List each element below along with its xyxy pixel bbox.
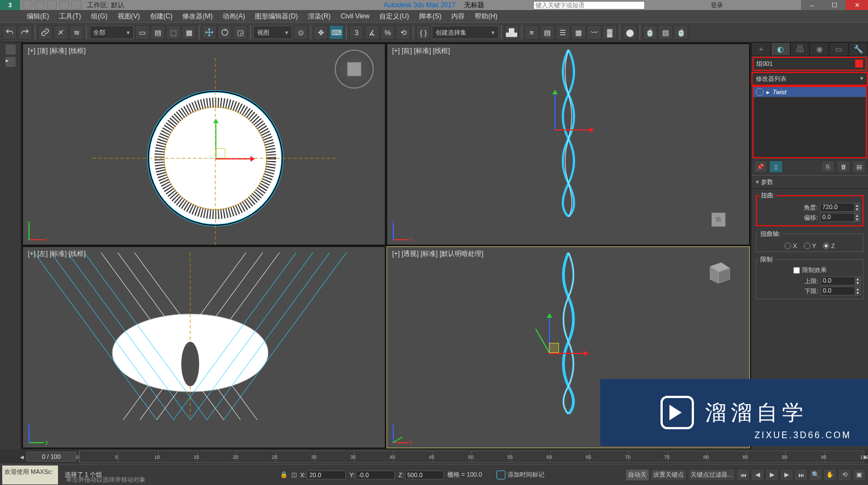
modifier-list-dropdown[interactable]: 修改器列表 (751, 72, 868, 86)
gizmo-x-icon[interactable] (554, 129, 594, 130)
infocenter-search[interactable] (533, 1, 645, 9)
nav-pan-button[interactable]: ✋ (823, 469, 837, 481)
axis-z-radio[interactable]: Z (823, 243, 835, 249)
viewport-top[interactable]: [+] [顶] [标准] [线框] x y (22, 43, 385, 245)
nav-zoom-button[interactable]: 🔍 (809, 469, 822, 481)
layer-explorer-button[interactable]: ▤ (540, 25, 554, 40)
set-key-button[interactable]: 设置关键点 (650, 469, 687, 481)
goto-end-button[interactable]: ⏭ (794, 469, 808, 481)
percent-snap-button[interactable]: % (380, 25, 395, 40)
menu-edit[interactable]: 编辑(E) (22, 11, 54, 22)
menu-rendering[interactable]: 渲染(R) (303, 11, 335, 22)
goto-start-button[interactable]: ⏮ (736, 469, 750, 481)
angle-spinner[interactable]: 720.0▲▼ (820, 203, 860, 212)
curve-editor-button[interactable]: 〰 (587, 25, 601, 40)
maxscript-listener[interactable]: 欢迎使用 MAXSc: (2, 465, 58, 484)
object-name-field[interactable]: 组001 (753, 57, 867, 71)
window-crossing-button[interactable]: ▦ (182, 25, 196, 40)
configure-sets-button[interactable]: ▤ (852, 161, 866, 173)
scale-button[interactable]: ◲ (233, 25, 248, 40)
gizmo-x-icon[interactable] (215, 158, 254, 159)
viewcube-top[interactable] (335, 50, 374, 89)
cp-tab-create[interactable]: + (751, 42, 771, 56)
absolute-mode-icon[interactable]: ◫ (291, 471, 297, 478)
gizmo-x-icon[interactable] (549, 353, 588, 354)
auto-key-button[interactable]: 自动关 (625, 469, 649, 481)
nav-maximize-button[interactable]: ▣ (852, 469, 866, 481)
scene-explorer-button[interactable]: ☰ (556, 25, 570, 40)
coord-z-input[interactable]: 500.0 (405, 471, 444, 479)
axis-y-radio[interactable]: Y (804, 243, 816, 249)
select-by-name-button[interactable]: ▤ (151, 25, 165, 40)
select-region-rect-button[interactable]: ⬚ (166, 25, 181, 40)
menu-animation[interactable]: 动画(A) (218, 11, 249, 22)
select-manipulate-button[interactable]: ✥ (314, 25, 328, 40)
expand-icon[interactable]: ▸ (766, 89, 770, 96)
named-selection-dropdown[interactable]: 创建选择集 (432, 26, 499, 39)
coord-x-input[interactable]: 20.0 (307, 471, 346, 479)
unlink-button[interactable] (54, 25, 68, 40)
ref-coord-dropdown[interactable]: 视图 (253, 26, 292, 39)
menu-customize[interactable]: 自定义(U) (375, 11, 413, 22)
menu-modifiers[interactable]: 修改器(M) (178, 11, 217, 22)
remove-modifier-button[interactable]: 🗑 (837, 161, 850, 173)
cp-tab-modify[interactable]: ◐ (771, 42, 790, 56)
menu-views[interactable]: 视图(V) (113, 11, 144, 22)
render-setup-button[interactable]: 🍵 (643, 25, 657, 40)
snap-toggle-button[interactable]: 3 (349, 25, 364, 40)
ribbon-toggle-button[interactable]: ▦ (571, 25, 586, 40)
gizmo-xy-plane[interactable] (215, 148, 225, 158)
menu-group[interactable]: 组(G) (86, 11, 112, 22)
upper-spinner[interactable]: 0.0▲▼ (821, 277, 861, 285)
add-time-tag[interactable]: 添加时间标记 (508, 471, 544, 479)
viewport-persp-label[interactable]: [+] [透视] [标准] [默认明暗处理] (392, 249, 484, 259)
material-editor-button[interactable]: ⬤ (623, 25, 637, 40)
pin-stack-button[interactable]: 📌 (754, 161, 767, 173)
login-link[interactable]: 登录 (711, 1, 723, 9)
window-close[interactable]: ✕ (846, 0, 868, 10)
se-play[interactable]: ▸ (6, 57, 16, 67)
workspace-dropdown[interactable]: 工作区: 默认 (87, 1, 124, 10)
menu-content[interactable]: 内容 (447, 11, 469, 22)
eye-icon[interactable] (756, 88, 764, 96)
time-tag-icon[interactable] (496, 471, 505, 479)
selection-filter-dropdown[interactable]: 全部 (89, 26, 134, 39)
object-color-swatch[interactable] (855, 60, 863, 67)
select-object-button[interactable]: ▭ (135, 25, 150, 40)
modifier-stack[interactable]: ▸ Twist (753, 86, 867, 158)
gizmo-plane[interactable] (549, 343, 559, 353)
bind-spacewarp-button[interactable]: ≋ (69, 25, 84, 40)
named-sel-edit-button[interactable]: { } (416, 25, 431, 40)
se-toggle[interactable] (6, 45, 16, 55)
coord-y-input[interactable]: -0.0 (356, 471, 395, 479)
modifier-twist-row[interactable]: ▸ Twist (754, 87, 866, 97)
viewcube-front[interactable]: 前 (699, 200, 738, 239)
gizmo-y-icon[interactable] (535, 328, 550, 353)
undo-button[interactable] (2, 25, 17, 40)
qa-undo[interactable] (59, 1, 69, 9)
spinner-snap-button[interactable]: ⟲ (396, 25, 411, 40)
next-frame-button[interactable]: ▶ (780, 469, 793, 481)
menu-help[interactable]: 帮助(H) (470, 11, 502, 22)
params-rollup-header[interactable]: 参数 (751, 175, 868, 189)
window-maximize[interactable]: ☐ (823, 0, 846, 10)
nav-orbit-button[interactable]: ⟲ (838, 469, 851, 481)
menu-script[interactable]: 脚本(S) (414, 11, 446, 22)
move-button[interactable] (202, 25, 216, 40)
timeline-ruler[interactable]: 0510152025303540455055606570758085909510… (79, 450, 864, 463)
angle-snap-button[interactable]: ∡ (365, 25, 379, 40)
menu-grapheditors[interactable]: 图形编辑器(D) (250, 11, 302, 22)
cp-tab-display[interactable]: ▭ (829, 42, 848, 56)
align-button[interactable]: ≡ (524, 25, 539, 40)
bias-spinner[interactable]: 0.0▲▼ (820, 213, 860, 222)
viewcube-persp[interactable] (699, 253, 738, 292)
cp-tab-utilities[interactable]: 🔧 (848, 42, 868, 56)
limit-effect-checkbox[interactable] (793, 267, 800, 274)
qa-redo[interactable] (71, 1, 81, 9)
selection-lock-icon[interactable]: 🔒 (280, 471, 288, 478)
play-button[interactable]: ▶ (765, 469, 779, 481)
rotate-button[interactable] (218, 25, 232, 40)
key-filters-button[interactable]: 关键点过滤器... (688, 469, 735, 481)
lower-spinner[interactable]: 0.0▲▼ (821, 287, 861, 295)
viewport-left-label[interactable]: [+] [左] [标准] [线框] (28, 249, 86, 259)
